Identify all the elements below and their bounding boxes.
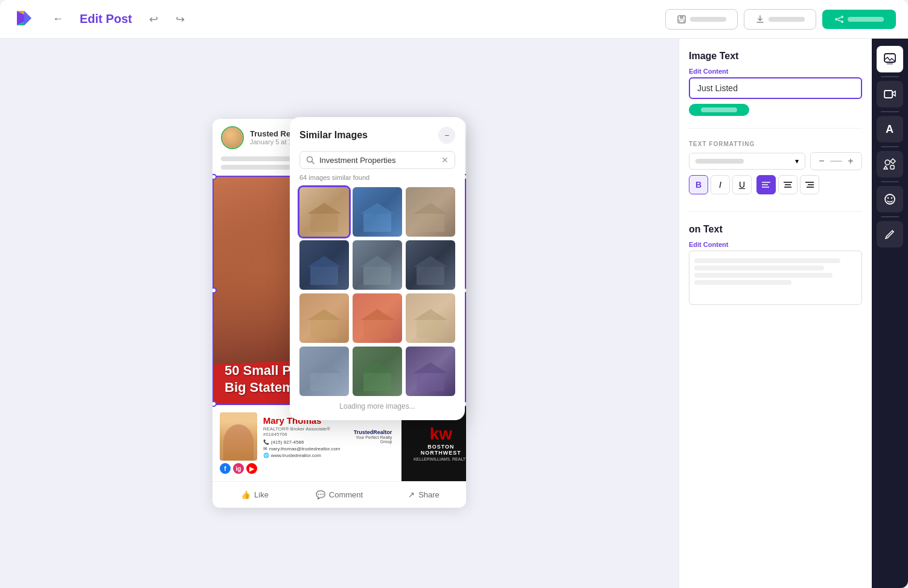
edit-content-input[interactable] [689, 77, 862, 99]
modal-close-button[interactable]: − [438, 127, 455, 144]
elements-icon-button[interactable] [877, 151, 903, 177]
caption-textarea-container [689, 251, 862, 305]
sidebar-divider-1 [881, 76, 899, 77]
sidebar-divider-5 [881, 216, 899, 217]
emoji-icon-button[interactable] [877, 186, 903, 213]
size-controls: − + [810, 152, 862, 170]
back-button[interactable]: ← [48, 10, 68, 29]
search-input[interactable] [319, 156, 436, 165]
apply-button[interactable] [689, 104, 749, 116]
fb-page-avatar [221, 126, 244, 149]
align-left-button[interactable] [756, 175, 776, 194]
undo-button[interactable]: ↩ [144, 10, 164, 29]
instagram-icon: ig [233, 463, 244, 474]
underline-button[interactable]: U [732, 175, 752, 194]
grid-image-11[interactable] [353, 347, 402, 396]
sidebar-icons: A [872, 39, 908, 588]
grid-image-4[interactable] [299, 240, 349, 290]
save-button[interactable] [665, 9, 738, 30]
redo-button[interactable]: ↪ [171, 10, 190, 29]
grid-image-3[interactable] [406, 187, 455, 237]
bold-button[interactable]: B [689, 175, 708, 194]
topbar-actions [665, 9, 896, 30]
grid-image-12[interactable] [406, 347, 455, 396]
agent-phone: 📞 (415) 927-4586 [263, 439, 340, 445]
social-icons: f ig ▶ [220, 463, 394, 474]
formatting-row-2: B I U [689, 175, 862, 194]
image-grid [299, 187, 455, 396]
svg-rect-6 [679, 20, 684, 22]
modal-header: Similar Images − [299, 127, 455, 144]
italic-button[interactable]: I [711, 175, 730, 194]
caption-section: on Text Edit Content [689, 224, 862, 305]
company-logo: TrustedRealtor Your Perfect Realty Group [347, 427, 395, 446]
grid-image-10[interactable] [299, 347, 349, 396]
align-center-button[interactable] [778, 175, 798, 194]
agent-website: 🌐 www.trustedrealtor.com [263, 453, 340, 458]
grid-image-6[interactable] [406, 240, 455, 290]
align-buttons [756, 175, 819, 194]
draw-icon [883, 228, 897, 241]
font-select[interactable]: ▾ [689, 153, 805, 170]
agent-photo [220, 412, 257, 461]
image-edit-icon-button[interactable] [877, 46, 903, 72]
modal-title: Similar Images [299, 130, 368, 141]
download-button[interactable] [744, 9, 816, 30]
right-panel: Image Text Edit Content TEXT FORMATTING … [679, 39, 872, 588]
svg-marker-3 [24, 11, 31, 25]
grid-image-7[interactable] [299, 293, 349, 343]
share-button[interactable] [822, 10, 896, 29]
video-icon-button[interactable] [877, 81, 903, 107]
caption-section-title: on Text [689, 224, 862, 235]
youtube-icon: ▶ [246, 463, 257, 474]
increase-size-button[interactable]: + [845, 155, 857, 167]
svg-rect-5 [680, 16, 683, 19]
kw-logo-mark: kw [430, 426, 452, 443]
format-buttons: B I U [689, 175, 752, 194]
fb-like-button[interactable]: 👍 Like [213, 487, 297, 503]
grid-image-1[interactable] [299, 187, 349, 237]
image-edit-icon [883, 53, 897, 66]
search-clear-button[interactable]: ✕ [441, 155, 449, 165]
similar-images-modal: Similar Images − ✕ 64 images similar fou… [290, 117, 465, 420]
svg-text:A: A [886, 123, 894, 135]
caption-edit-label: Edit Content [689, 241, 862, 248]
svg-point-9 [835, 18, 837, 21]
emoji-icon [883, 193, 897, 206]
image-text-section: Image Text Edit Content [689, 51, 862, 116]
svg-rect-22 [887, 62, 893, 65]
sidebar-divider-2 [881, 111, 899, 112]
kw-company-name: BOSTON NORTHWEST [411, 444, 466, 456]
share-icon [834, 14, 844, 24]
agent-title: REALTOR® Broker Associate® #01845706 [263, 426, 340, 437]
decrease-size-button[interactable]: − [816, 155, 828, 167]
text-icon: A [883, 123, 897, 136]
grid-image-9[interactable] [406, 293, 455, 343]
edit-content-label: Edit Content [689, 68, 862, 75]
topbar: ← Edit Post ↩ ↪ [0, 0, 908, 39]
found-count: 64 images similar found [299, 174, 455, 181]
canvas-area: Trusted Realtor January 5 at 10:37 AM · … [0, 39, 679, 588]
company-sub: Your Perfect Realty Group [349, 435, 392, 444]
app-logo [12, 6, 41, 33]
svg-point-28 [887, 197, 889, 199]
align-right-button[interactable] [800, 175, 819, 194]
agent-contact: 📞 (415) 927-4586 ✉ mary.thomas@trustedre… [263, 439, 340, 458]
svg-point-27 [885, 194, 895, 204]
svg-line-11 [312, 162, 315, 164]
save-icon [677, 14, 686, 24]
grid-image-8[interactable] [353, 293, 402, 343]
draw-icon-button[interactable] [877, 221, 903, 248]
fb-actions: 👍 Like 💬 Comment ↗ Share [213, 481, 466, 508]
text-icon-button[interactable]: A [877, 116, 903, 142]
sidebar-divider-3 [881, 146, 899, 147]
svg-point-7 [841, 16, 843, 18]
text-formatting-label: TEXT FORMATTING [689, 141, 862, 147]
grid-image-2[interactable] [353, 187, 402, 237]
svg-rect-26 [890, 165, 894, 169]
fb-share-button[interactable]: ↗ Share [382, 487, 466, 503]
formatting-row-1: ▾ − + [689, 152, 862, 170]
grid-image-5[interactable] [353, 240, 402, 290]
image-text-title: Image Text [689, 51, 862, 62]
fb-comment-button[interactable]: 💬 Comment [297, 487, 382, 503]
